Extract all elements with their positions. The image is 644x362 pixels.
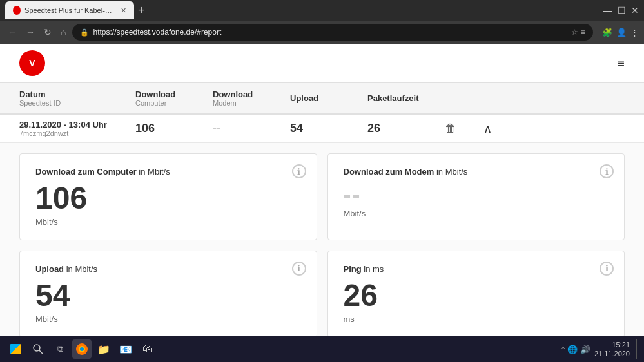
vodafone-logo-svg: V	[24, 55, 40, 71]
results-table-header: Datum Speedtest-ID Download Computer Dow…	[0, 83, 644, 115]
window-controls: — ☐ ✕	[603, 5, 639, 15]
col-upload: Upload	[290, 93, 367, 103]
taskbar-store[interactable]: 🛍	[138, 339, 157, 359]
row-date: 29.11.2020 - 13:04 Uhr 7mczmq2dnwzt	[19, 120, 135, 137]
extensions-icon[interactable]: 🧩	[602, 28, 612, 37]
back-button[interactable]: ←	[5, 26, 19, 39]
minimize-button[interactable]: —	[603, 5, 612, 15]
card-1-info-button[interactable]: ℹ	[292, 164, 306, 178]
card-2-unit: Mbit/s	[344, 209, 609, 218]
card-4-unit: ms	[344, 314, 609, 324]
col-download-modem: Download Modem	[213, 90, 290, 107]
vodafone-header: V ≡	[0, 44, 644, 83]
results-row: 29.11.2020 - 13:04 Uhr 7mczmq2dnwzt 106 …	[0, 115, 644, 143]
col-download-computer: Download Computer	[135, 90, 213, 107]
tab-favicon	[13, 6, 21, 15]
taskbar-browser[interactable]	[72, 339, 92, 359]
tray-arrow[interactable]: ^	[561, 346, 565, 353]
row-ping: 26	[367, 122, 445, 135]
svg-point-2	[34, 345, 40, 351]
row-download-computer: 106	[135, 122, 213, 135]
active-tab[interactable]: Speedtest Plus für Kabel- und ... ✕	[5, 1, 134, 19]
vodafone-logo: V	[19, 50, 45, 76]
svg-line-3	[39, 350, 43, 354]
address-bar: ← → ↻ ⌂ 🔒 https://speedtest.vodafone.de/…	[0, 21, 644, 44]
svg-point-6	[80, 347, 84, 351]
forward-button[interactable]: →	[23, 26, 37, 39]
card-1-value: 106	[35, 182, 301, 216]
tab-title: Speedtest Plus für Kabel- und ...	[24, 6, 113, 14]
col-datum: Datum Speedtest-ID	[19, 90, 135, 107]
card-1-title: Download zum Computer in Mbit/s	[35, 167, 301, 176]
taskbar-file-explorer[interactable]: 📁	[94, 339, 113, 359]
card-1-unit: Mbit/s	[35, 217, 301, 227]
clock-date: 21.11.2020	[594, 349, 630, 358]
card-upload: Upload in Mbit/s 54 Mbit/s ℹ	[19, 251, 317, 338]
taskbar: ⧉ 📁 📧 🛍 ^ 🌐 🔊 15:21 21.11.2020	[0, 336, 644, 362]
card-3-info-button[interactable]: ℹ	[292, 262, 306, 276]
lock-icon: 🔒	[80, 28, 89, 37]
card-3-value: 54	[35, 279, 301, 313]
card-4-title: Ping in ms	[344, 264, 609, 274]
browser-chrome: Speedtest Plus für Kabel- und ... ✕ + — …	[0, 0, 644, 44]
taskbar-clock[interactable]: 15:21 21.11.2020	[594, 340, 630, 359]
taskbar-search[interactable]	[28, 339, 48, 359]
profile-icon[interactable]: 👤	[616, 28, 627, 37]
new-tab-button[interactable]: +	[138, 4, 145, 17]
start-button[interactable]	[5, 339, 26, 359]
card-2-value: --	[344, 182, 609, 207]
page-content: V ≡ Datum Speedtest-ID Download Computer…	[0, 44, 644, 362]
card-2-title: Download zum Modem in Mbit/s	[344, 167, 609, 176]
windows-logo-icon	[10, 344, 21, 354]
card-download-computer: Download zum Computer in Mbit/s 106 Mbit…	[19, 153, 317, 240]
address-text: https://speedtest.vodafone.de/#report	[93, 28, 221, 37]
system-tray: ^ 🌐 🔊	[561, 345, 590, 354]
browser-right-icons: 🧩 👤 ⋮	[602, 28, 639, 37]
firefox-icon	[75, 343, 88, 356]
row-upload: 54	[290, 122, 367, 135]
detail-section: Download zum Computer in Mbit/s 106 Mbit…	[0, 143, 644, 362]
card-ping: Ping in ms 26 ms ℹ	[327, 251, 625, 338]
taskbar-right-area: ^ 🌐 🔊 15:21 21.11.2020	[561, 339, 639, 359]
tray-sound-icon[interactable]: 🔊	[580, 345, 590, 354]
card-2-info-button[interactable]: ℹ	[600, 164, 614, 178]
tab-bar: Speedtest Plus für Kabel- und ... ✕ + — …	[0, 0, 644, 21]
search-icon	[33, 344, 43, 354]
home-button[interactable]: ⌂	[58, 26, 68, 39]
clock-time: 15:21	[594, 340, 630, 349]
card-download-modem: Download zum Modem in Mbit/s -- Mbit/s ℹ	[327, 153, 625, 240]
delete-row-button[interactable]: 🗑	[445, 122, 483, 135]
card-3-title: Upload in Mbit/s	[35, 264, 301, 274]
star-icon[interactable]: ☆	[571, 28, 578, 37]
expand-row-button[interactable]: ∧	[483, 122, 509, 136]
menu-button[interactable]: ⋮	[630, 28, 639, 37]
hamburger-menu-button[interactable]: ≡	[617, 56, 625, 71]
taskbar-task-view[interactable]: ⧉	[50, 339, 70, 359]
cards-row-1: Download zum Computer in Mbit/s 106 Mbit…	[19, 153, 625, 240]
reader-icon[interactable]: ≡	[581, 28, 585, 37]
row-download-modem: --	[213, 122, 290, 135]
address-right-icons: ☆ ≡	[571, 28, 585, 37]
svg-text:V: V	[29, 58, 35, 68]
show-desktop-button[interactable]	[636, 339, 639, 359]
refresh-button[interactable]: ↻	[41, 26, 54, 39]
tab-close-button[interactable]: ✕	[121, 6, 126, 15]
maximize-button[interactable]: ☐	[618, 5, 626, 15]
cards-row-2: Upload in Mbit/s 54 Mbit/s ℹ Ping in ms …	[19, 251, 625, 338]
taskbar-email[interactable]: 📧	[116, 339, 135, 359]
card-4-value: 26	[344, 279, 609, 313]
card-4-info-button[interactable]: ℹ	[600, 262, 614, 276]
tray-network-icon[interactable]: 🌐	[567, 345, 578, 354]
close-window-button[interactable]: ✕	[631, 5, 639, 15]
card-3-unit: Mbit/s	[35, 314, 301, 324]
address-input[interactable]: 🔒 https://speedtest.vodafone.de/#report …	[72, 24, 593, 41]
col-paketlaufzeit: Paketlaufzeit	[367, 93, 445, 103]
